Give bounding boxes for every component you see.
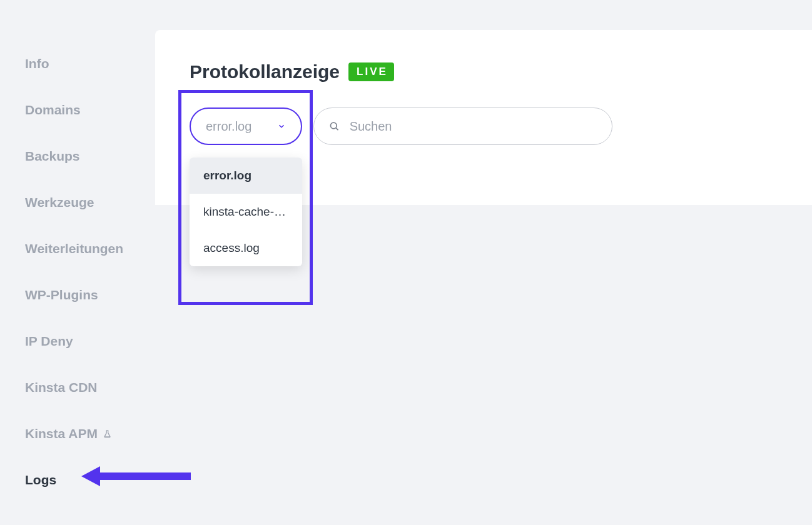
log-file-select-value: error.log	[206, 119, 251, 134]
sidebar-item-label: Logs	[25, 472, 56, 488]
live-badge: LIVE	[348, 62, 394, 81]
sidebar-item-label: Kinsta APM	[25, 426, 98, 441]
sidebar-item-label: WP-Plugins	[25, 288, 98, 302]
sidebar-item-wp-plugins[interactable]: WP-Plugins	[25, 288, 150, 302]
sidebar-item-redirects[interactable]: Weiterleitungen	[25, 241, 150, 256]
sidebar-item-label: Domains	[25, 102, 81, 118]
sidebar-item-label: Werkzeuge	[25, 195, 94, 210]
sidebar-item-info[interactable]: Info	[25, 56, 150, 71]
log-file-dropdown: error.log kinsta-cache-p… access.log	[190, 158, 302, 266]
dropdown-option-access-log[interactable]: access.log	[190, 230, 302, 266]
controls-row: error.log error.log kinsta-cache-p… acce…	[190, 108, 778, 145]
svg-line-1	[336, 128, 338, 131]
sidebar-item-label: Kinsta CDN	[25, 380, 98, 395]
sidebar-item-logs[interactable]: Logs	[25, 472, 150, 488]
dropdown-option-kinsta-cache[interactable]: kinsta-cache-p…	[190, 194, 302, 230]
sidebar-item-label: Info	[25, 56, 49, 71]
log-file-select[interactable]: error.log	[190, 108, 302, 145]
header-row: Protokollanzeige LIVE	[190, 61, 778, 82]
sidebar-item-kinsta-cdn[interactable]: Kinsta CDN	[25, 380, 150, 395]
page-title: Protokollanzeige	[190, 61, 340, 82]
search-input[interactable]	[350, 119, 597, 134]
sidebar: Info Domains Backups Werkzeuge Weiterlei…	[25, 56, 150, 519]
search-icon	[329, 121, 340, 132]
main-panel: Protokollanzeige LIVE error.log error.lo…	[155, 30, 812, 205]
sidebar-item-label: IP Deny	[25, 334, 73, 349]
svg-point-0	[330, 122, 337, 129]
dropdown-option-error-log[interactable]: error.log	[190, 158, 302, 194]
sidebar-item-kinsta-apm[interactable]: Kinsta APM	[25, 426, 150, 441]
chevron-down-icon	[277, 122, 286, 131]
search-field-wrapper[interactable]	[313, 108, 612, 145]
sidebar-item-tools[interactable]: Werkzeuge	[25, 195, 150, 210]
sidebar-item-backups[interactable]: Backups	[25, 149, 150, 164]
sidebar-item-domains[interactable]: Domains	[25, 102, 150, 118]
sidebar-item-ip-deny[interactable]: IP Deny	[25, 334, 150, 349]
sidebar-item-label: Backups	[25, 149, 80, 164]
sidebar-item-label: Weiterleitungen	[25, 241, 123, 256]
beaker-icon	[103, 429, 112, 439]
